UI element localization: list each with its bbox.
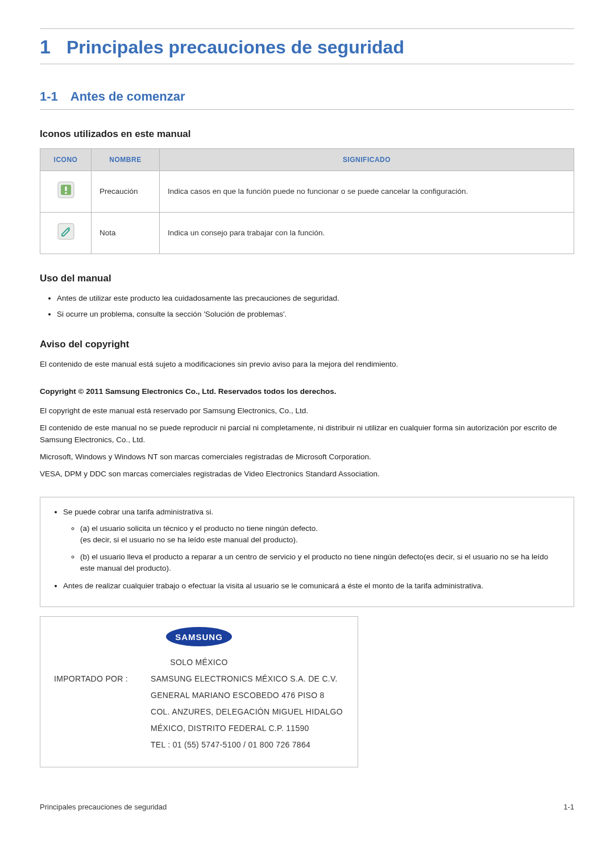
fee-intro-text: Se puede cobrar una tarifa administrativ… [63, 508, 213, 516]
section-header: 1-1 Antes de comenzar [40, 87, 574, 110]
mexico-solo: SOLO MÉXICO [54, 657, 344, 668]
section-title: Antes de comenzar [70, 87, 185, 106]
fee-intro: Se puede cobrar una tarifa administrativ… [63, 506, 563, 574]
chapter-top-rule [40, 28, 574, 29]
importado-value: SAMSUNG ELECTRONICS MÉXICO S.A. DE C.V. [151, 673, 338, 685]
copyright-heading: Aviso del copyright [40, 337, 574, 352]
icon-meaning: Indica casos en que la función puede no … [160, 171, 574, 212]
svg-text:SAMSUNG: SAMSUNG [175, 632, 223, 642]
mexico-importado: IMPORTADO POR : SAMSUNG ELECTRONICS MÉXI… [54, 673, 344, 685]
samsung-logo: SAMSUNG [54, 626, 344, 651]
chapter-number: 1 [40, 32, 51, 61]
importado-label: IMPORTADO POR : [54, 673, 151, 685]
icon-name: Nota [92, 212, 160, 254]
fee-a-text: (a) el usuario solicita un técnico y el … [80, 524, 318, 533]
chapter-title: Principales precauciones de seguridad [67, 34, 404, 61]
mexico-box: SAMSUNG SOLO MÉXICO IMPORTADO POR : SAMS… [40, 616, 358, 767]
use-heading: Uso del manual [40, 271, 574, 286]
caution-icon-cell [40, 171, 92, 212]
table-row: Nota Indica un consejo para trabajar con… [40, 212, 574, 254]
icon-name: Precaución [92, 171, 160, 212]
footer-left: Principales precauciones de seguridad [40, 801, 167, 813]
fee-before: Antes de realizar cualquier trabajo o ef… [63, 580, 563, 592]
list-item: Si ocurre un problema, consulte la secci… [57, 309, 574, 320]
mexico-line5: TEL : 01 (55) 5747-5100 / 01 800 726 786… [54, 739, 344, 751]
chapter-header: 1 Principales precauciones de seguridad [40, 32, 574, 64]
list-item: Antes de utilizar este producto lea cuid… [57, 293, 574, 304]
note-icon-cell [40, 212, 92, 254]
svg-rect-3 [65, 192, 67, 194]
th-meaning: SIGNIFICADO [160, 148, 574, 171]
mexico-line2: GENERAL MARIANO ESCOBEDO 476 PISO 8 [54, 690, 344, 701]
fee-a: (a) el usuario solicita un técnico y el … [80, 523, 563, 546]
use-bullets: Antes de utilizar este producto lea cuid… [40, 293, 574, 321]
icons-heading: Iconos utilizados en este manual [40, 127, 574, 142]
caution-icon [57, 181, 74, 202]
copyright-p1: El contenido de este manual está sujeto … [40, 359, 574, 370]
fee-b: (b) el usuario lleva el producto a repar… [80, 551, 563, 575]
section-number: 1-1 [40, 87, 58, 106]
icon-meaning: Indica un consejo para trabajar con la f… [160, 212, 574, 254]
mexico-line3: COL. ANZURES, DELEGACIÓN MIGUEL HIDALGO [54, 706, 344, 718]
th-name: NOMBRE [92, 148, 160, 171]
table-row: Precaución Indica casos en que la funció… [40, 171, 574, 212]
page-footer: Principales precauciones de seguridad 1-… [40, 801, 574, 813]
fee-box: Se puede cobrar una tarifa administrativ… [40, 497, 574, 607]
th-icon: ICONO [40, 148, 92, 171]
svg-rect-2 [65, 186, 67, 191]
footer-right: 1-1 [563, 801, 574, 813]
copyright-bold: Copyright © 2011 Samsung Electronics Co.… [40, 386, 574, 397]
mexico-line4: MÉXICO, DISTRITO FEDERAL C.P. 11590 [54, 722, 344, 734]
icon-table: ICONO NOMBRE SIGNIFICADO Precaución Indi… [40, 148, 574, 255]
fee-a2-text: (es decir, si el usuario no se ha leído … [80, 535, 298, 544]
copyright-p3: El contenido de este manual no se puede … [40, 422, 574, 446]
note-icon [57, 223, 74, 243]
copyright-p2: El copyright de este manual está reserva… [40, 405, 574, 417]
copyright-p5: VESA, DPM y DDC son marcas comerciales r… [40, 468, 574, 480]
copyright-p4: Microsoft, Windows y Windows NT son marc… [40, 451, 574, 463]
svg-rect-4 [58, 223, 74, 239]
